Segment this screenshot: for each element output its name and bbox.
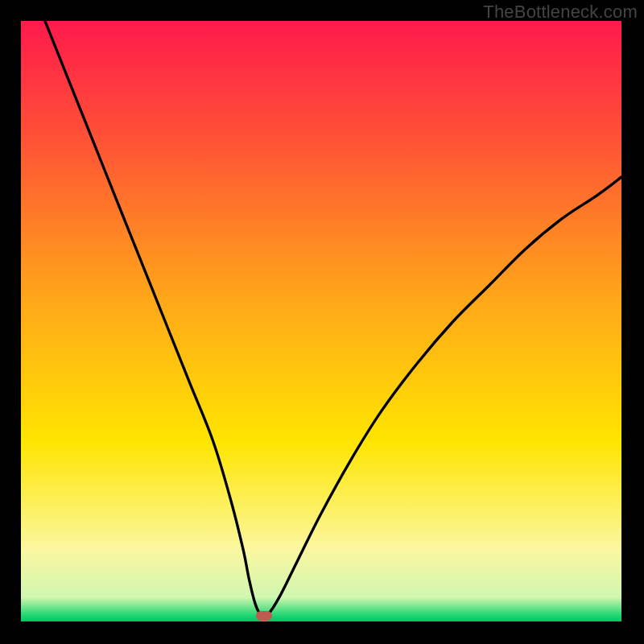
optimal-point-marker bbox=[256, 611, 272, 621]
plot-area bbox=[21, 21, 621, 621]
watermark-text: TheBottleneck.com bbox=[483, 2, 638, 23]
bottleneck-curve bbox=[21, 21, 621, 621]
chart-frame: TheBottleneck.com bbox=[0, 0, 644, 644]
